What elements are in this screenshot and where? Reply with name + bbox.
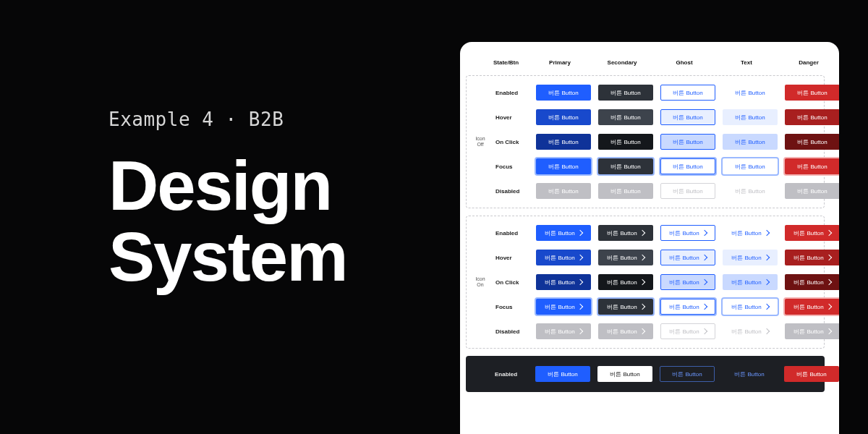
btn-danger-enabled-icon[interactable]: 버튼 Button	[785, 225, 839, 241]
chevron-right-icon	[763, 328, 769, 334]
chevron-right-icon	[701, 328, 707, 334]
btn-danger-focus-icon[interactable]: 버튼 Button	[785, 299, 839, 315]
btn-secondary-enabled-dark[interactable]: 버튼 Button	[597, 366, 652, 382]
state-label: Enabled	[495, 90, 530, 96]
chevron-right-icon	[576, 230, 582, 236]
design-system-card: State/Btn Primary Secondary Ghost Text D…	[460, 42, 839, 434]
btn-primary-enabled-dark[interactable]: 버튼 Button	[535, 366, 590, 382]
chevron-right-icon	[825, 328, 831, 334]
btn-primary-focus[interactable]: 버튼 Button	[536, 158, 591, 174]
btn-text-click-icon[interactable]: 버튼 Button	[723, 274, 778, 290]
btn-danger-hover[interactable]: 버튼 Button	[785, 109, 839, 125]
btn-text-click[interactable]: 버튼 Button	[723, 134, 778, 150]
eyebrow-text: Example 4 · B2B	[109, 109, 470, 130]
column-headers: State/Btn Primary Secondary Ghost Text D…	[466, 55, 825, 69]
btn-primary-focus-icon[interactable]: 버튼 Button	[536, 299, 591, 315]
btn-ghost-enabled-icon[interactable]: 버튼 Button	[660, 225, 715, 241]
btn-primary-disabled-icon: 버튼 Button	[536, 323, 591, 339]
section-icon-on: Icon On Enabled 버튼 Button 버튼 Button 버튼 B…	[466, 216, 825, 349]
btn-text-disabled: 버튼 Button	[723, 183, 778, 199]
btn-primary-hover[interactable]: 버튼 Button	[536, 109, 591, 125]
btn-secondary-disabled-icon: 버튼 Button	[598, 323, 653, 339]
group-label-icon-off: Icon Off	[469, 80, 491, 203]
btn-text-focus[interactable]: 버튼 Button	[723, 158, 778, 174]
chevron-right-icon	[825, 230, 831, 236]
chevron-right-icon	[763, 279, 769, 285]
btn-text-focus-icon[interactable]: 버튼 Button	[723, 299, 778, 315]
hero-text: Example 4 · B2B Design System	[109, 109, 470, 292]
btn-ghost-hover[interactable]: 버튼 Button	[660, 109, 715, 125]
btn-secondary-disabled: 버튼 Button	[598, 183, 653, 199]
btn-ghost-enabled-dark[interactable]: 버튼 Button	[660, 366, 715, 382]
btn-danger-enabled[interactable]: 버튼 Button	[785, 85, 839, 101]
btn-primary-hover-icon[interactable]: 버튼 Button	[536, 250, 591, 265]
col-primary: Primary	[531, 59, 589, 66]
btn-ghost-disabled: 버튼 Button	[660, 183, 715, 199]
state-label: Focus	[495, 304, 530, 310]
state-label: Hover	[495, 114, 530, 121]
btn-ghost-disabled-icon: 버튼 Button	[660, 323, 715, 339]
chevron-right-icon	[701, 304, 707, 310]
btn-text-hover-icon[interactable]: 버튼 Button	[723, 250, 778, 265]
state-label: On Click	[495, 139, 530, 145]
btn-text-hover[interactable]: 버튼 Button	[723, 109, 778, 125]
btn-primary-enabled-icon[interactable]: 버튼 Button	[536, 225, 591, 241]
btn-text-enabled-icon[interactable]: 버튼 Button	[723, 225, 778, 241]
chevron-right-icon	[825, 279, 831, 285]
chevron-right-icon	[763, 230, 769, 236]
btn-primary-enabled[interactable]: 버튼 Button	[536, 85, 591, 101]
chevron-right-icon	[701, 279, 707, 285]
state-label: Disabled	[495, 328, 530, 335]
btn-danger-disabled: 버튼 Button	[785, 183, 839, 199]
btn-ghost-focus[interactable]: 버튼 Button	[660, 158, 715, 174]
col-ghost: Ghost	[655, 59, 713, 66]
btn-danger-click[interactable]: 버튼 Button	[785, 134, 839, 150]
btn-primary-click[interactable]: 버튼 Button	[536, 134, 591, 150]
chevron-right-icon	[639, 304, 644, 310]
col-secondary: Secondary	[593, 59, 651, 66]
btn-ghost-hover-icon[interactable]: 버튼 Button	[660, 250, 715, 265]
btn-text-enabled-dark[interactable]: 버튼 Button	[722, 366, 777, 382]
chevron-right-icon	[701, 255, 707, 260]
state-label: Enabled	[495, 371, 529, 378]
chevron-right-icon	[576, 304, 582, 310]
btn-secondary-click[interactable]: 버튼 Button	[598, 134, 653, 150]
state-label: On Click	[495, 279, 530, 286]
headline-line-1: Design	[109, 150, 470, 221]
headline: Design System	[109, 150, 470, 292]
headline-line-2: System	[109, 221, 470, 292]
chevron-right-icon	[576, 328, 582, 334]
btn-secondary-click-icon[interactable]: 버튼 Button	[598, 274, 653, 290]
btn-ghost-enabled[interactable]: 버튼 Button	[660, 85, 715, 101]
chevron-right-icon	[639, 255, 644, 260]
col-state-btn: State/Btn	[492, 59, 527, 66]
btn-secondary-hover[interactable]: 버튼 Button	[598, 109, 653, 125]
col-text: Text	[718, 59, 775, 66]
btn-danger-hover-icon[interactable]: 버튼 Button	[785, 250, 839, 265]
chevron-right-icon	[701, 230, 707, 236]
btn-danger-enabled-dark[interactable]: 버튼 Button	[784, 366, 839, 382]
btn-secondary-enabled-icon[interactable]: 버튼 Button	[598, 225, 653, 241]
btn-danger-focus[interactable]: 버튼 Button	[785, 158, 839, 174]
chevron-right-icon	[576, 279, 582, 285]
btn-danger-disabled-icon: 버튼 Button	[785, 323, 839, 339]
btn-secondary-focus-icon[interactable]: 버튼 Button	[598, 299, 653, 315]
state-label: Disabled	[495, 188, 530, 195]
chevron-right-icon	[639, 328, 644, 334]
btn-secondary-focus[interactable]: 버튼 Button	[598, 158, 653, 174]
section-dark-mode: Enabled 버튼 Button 버튼 Button 버튼 Button 버튼…	[466, 356, 825, 392]
btn-secondary-enabled[interactable]: 버튼 Button	[598, 85, 653, 101]
btn-ghost-click[interactable]: 버튼 Button	[660, 134, 715, 150]
btn-danger-click-icon[interactable]: 버튼 Button	[785, 274, 839, 290]
btn-ghost-focus-icon[interactable]: 버튼 Button	[660, 299, 715, 315]
section-icon-off: Icon Off Enabled 버튼 Button 버튼 Button 버튼 …	[466, 75, 825, 208]
chevron-right-icon	[825, 304, 831, 310]
btn-primary-click-icon[interactable]: 버튼 Button	[536, 274, 591, 290]
btn-primary-disabled: 버튼 Button	[536, 183, 591, 199]
btn-text-enabled[interactable]: 버튼 Button	[723, 85, 778, 101]
state-label: Hover	[495, 255, 530, 261]
btn-text-disabled-icon: 버튼 Button	[723, 323, 778, 339]
chevron-right-icon	[639, 230, 644, 236]
btn-ghost-click-icon[interactable]: 버튼 Button	[660, 274, 715, 290]
btn-secondary-hover-icon[interactable]: 버튼 Button	[598, 250, 653, 265]
